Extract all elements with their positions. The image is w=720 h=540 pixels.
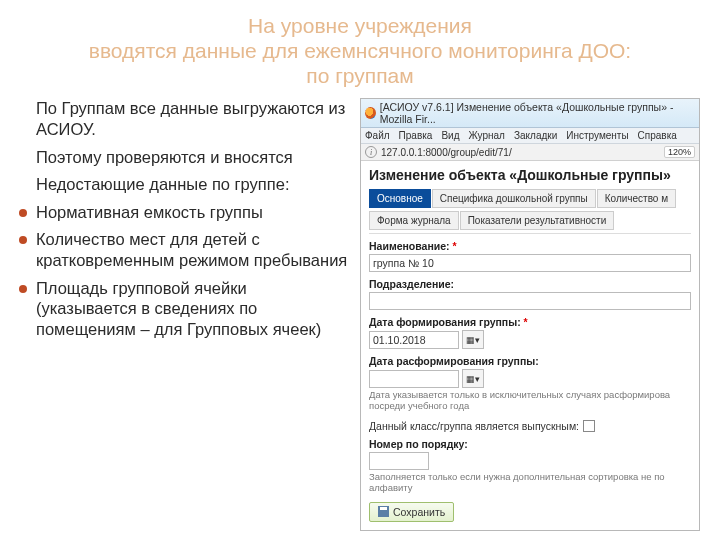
checkbox-graduating[interactable] — [583, 420, 595, 432]
calendar-icon-2[interactable]: ▦▾ — [462, 369, 484, 388]
save-icon — [378, 506, 389, 517]
tab-result[interactable]: Показатели результативности — [460, 211, 615, 230]
page-header: Изменение объекта «Дошкольные группы» — [369, 167, 691, 183]
separator — [369, 233, 691, 234]
browser-window: [АСИОУ v7.6.1] Изменение объекта «Дошкол… — [360, 98, 700, 531]
bullet-area: Площадь групповой ячейки (указывается в … — [36, 278, 350, 340]
window-title-text: [АСИОУ v7.6.1] Изменение объекта «Дошкол… — [380, 101, 695, 125]
input-form-date[interactable] — [369, 331, 459, 349]
menu-bar: Файл Правка Вид Журнал Закладки Инструме… — [361, 128, 699, 144]
left-text-column: По Группам все данные выгружаются из АСИ… — [10, 98, 350, 531]
calendar-icon[interactable]: ▦▾ — [462, 330, 484, 349]
bullet-shortstay: Количество мест для детей с кратковремен… — [36, 229, 350, 270]
save-button[interactable]: Сохранить — [369, 502, 454, 522]
menu-history[interactable]: Журнал — [468, 130, 505, 141]
menu-tools[interactable]: Инструменты — [566, 130, 628, 141]
save-button-label: Сохранить — [393, 506, 445, 518]
label-name: Наименование: * — [369, 240, 691, 252]
menu-help[interactable]: Справка — [638, 130, 677, 141]
label-order: Номер по порядку: — [369, 438, 691, 450]
label-form-date: Дата формирования группы: * — [369, 316, 691, 328]
address-bar: i 127.0.0.1:8000/group/edit/71/ 120% — [361, 144, 699, 161]
bullet-capacity: Нормативная емкость группы — [36, 202, 350, 223]
title-line-1: На уровне учреждения — [10, 14, 710, 39]
menu-view[interactable]: Вид — [441, 130, 459, 141]
url-text[interactable]: 127.0.0.1:8000/group/edit/71/ — [381, 147, 512, 158]
zoom-level[interactable]: 120% — [664, 146, 695, 158]
info-icon[interactable]: i — [365, 146, 377, 158]
hint-disband: Дата указывается только в исключительных… — [369, 390, 691, 412]
paragraph-2: Поэтому проверяются и вносятся — [36, 147, 350, 168]
input-disband-date[interactable] — [369, 370, 459, 388]
window-title-bar: [АСИОУ v7.6.1] Изменение объекта «Дошкол… — [361, 99, 699, 128]
tab-journal[interactable]: Форма журнала — [369, 211, 459, 230]
title-line-2: вводятся данные для ежемнсячного монитор… — [10, 39, 710, 64]
paragraph-1: По Группам все данные выгружаются из АСИ… — [36, 98, 350, 139]
input-name[interactable] — [369, 254, 691, 272]
paragraph-3: Недостающие данные по группе: — [36, 174, 350, 195]
firefox-icon — [365, 107, 376, 119]
menu-file[interactable]: Файл — [365, 130, 390, 141]
label-disband-date: Дата расформирования группы: — [369, 355, 691, 367]
menu-bookmarks[interactable]: Закладки — [514, 130, 557, 141]
title-line-3: по группам — [10, 64, 710, 89]
input-order[interactable] — [369, 452, 429, 470]
tab-spec[interactable]: Спецификa дошкольной группы — [432, 189, 596, 208]
input-dept[interactable] — [369, 292, 691, 310]
label-graduating: Данный класс/группа является выпускным: — [369, 420, 579, 432]
slide-title: На уровне учреждения вводятся данные для… — [10, 14, 710, 88]
label-dept: Подразделение: — [369, 278, 691, 290]
tab-main[interactable]: Основное — [369, 189, 431, 208]
tab-count[interactable]: Количество м — [597, 189, 676, 208]
hint-order: Заполняется только если нужна дополнител… — [369, 472, 691, 494]
menu-edit[interactable]: Правка — [399, 130, 433, 141]
